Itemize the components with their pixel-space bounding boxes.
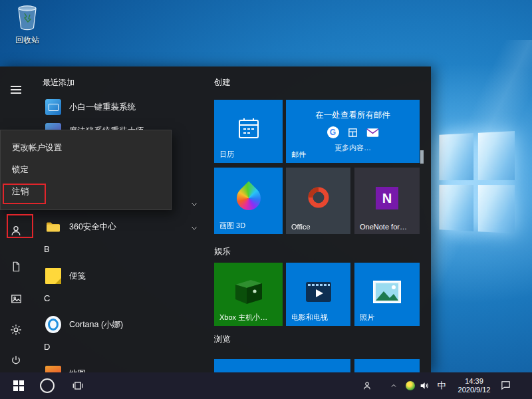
alphabet-header-b[interactable]: B: [44, 244, 50, 254]
taskbar: 中 14:39 2020/9/12: [0, 372, 532, 399]
tile-label: 电影和电视: [291, 313, 328, 323]
calendar-tile-icon: [235, 115, 262, 142]
antivirus-tray-icon[interactable]: [406, 381, 415, 390]
task-view-icon: [71, 379, 84, 392]
volume-button[interactable]: [419, 380, 430, 391]
tray-overflow-button[interactable]: [390, 382, 398, 390]
clock-date: 2020/9/12: [458, 386, 491, 394]
group-chevron-down-icon[interactable]: [190, 199, 198, 211]
clock-time: 14:39: [465, 377, 483, 386]
tile-label: 日历: [219, 150, 234, 160]
app-label: Cortana (小娜): [69, 319, 123, 331]
office-tile-icon: [305, 184, 332, 211]
maps-app-icon: [45, 366, 61, 372]
mail-tile-headline: 在一处查看所有邮件: [315, 110, 390, 121]
calendar-tile[interactable]: 日历: [214, 100, 283, 163]
logo-pane: [477, 185, 515, 233]
photos-tile[interactable]: 照片: [354, 263, 420, 326]
app-item-maps[interactable]: 地图: [39, 362, 206, 372]
chevron-up-icon: [390, 382, 398, 390]
recycle-bin-icon: [16, 4, 39, 31]
app-label: 便笺: [69, 271, 86, 282]
tile-group-title-create: 创建: [214, 77, 231, 88]
browse-tile-small[interactable]: [354, 359, 420, 372]
tile-label: 照片: [360, 313, 374, 323]
recently-added-header: 最近添加: [43, 77, 74, 88]
tile-label: Office: [291, 223, 311, 231]
movies-tv-tile[interactable]: 电影和电视: [286, 263, 350, 326]
gear-icon: [9, 323, 23, 336]
power-icon: [10, 354, 22, 366]
app-item-xiaobai[interactable]: 小白一键重装系统: [39, 95, 206, 119]
windows-wallpaper-logo: [439, 131, 515, 233]
paint3d-tile[interactable]: 画图 3D: [214, 168, 283, 234]
ime-language-button[interactable]: 中: [434, 372, 450, 399]
documents-button[interactable]: [0, 255, 32, 278]
app-label: 小白一键重装系统: [69, 102, 136, 113]
pictures-icon: [10, 293, 23, 305]
power-button[interactable]: [0, 349, 32, 372]
logo-pane: [439, 133, 473, 180]
recycle-bin-desktop-icon[interactable]: 回收站: [8, 4, 47, 46]
group-chevron-down-icon[interactable]: [190, 223, 198, 235]
app-item-360[interactable]: 360安全中心: [39, 215, 206, 239]
app-label: 360安全中心: [69, 221, 116, 233]
windows-logo-icon: [13, 380, 24, 391]
360-folder-icon: [45, 219, 61, 235]
app-item-stickynotes[interactable]: 便笺: [39, 264, 206, 288]
mail-tile[interactable]: 在一处查看所有邮件 G 更多内容… 邮件: [286, 100, 420, 163]
movies-tv-tile-icon: [304, 279, 333, 305]
taskbar-clock[interactable]: 14:39 2020/9/12: [452, 376, 496, 395]
document-icon: [10, 261, 22, 273]
people-icon: [362, 380, 372, 391]
action-center-icon: [500, 380, 511, 391]
tile-label: 画图 3D: [219, 221, 245, 231]
mail-tile-account-icons: G: [327, 126, 379, 138]
cortana-search-button[interactable]: [40, 378, 55, 393]
pictures-button[interactable]: [0, 287, 32, 310]
annotation-signout-highlight: [3, 184, 46, 204]
onenote-tile[interactable]: N OneNote for…: [354, 168, 420, 234]
screen: 回收站: [0, 0, 532, 399]
tiles-scrollbar-thumb[interactable]: [420, 150, 424, 164]
menu-expand-button[interactable]: [0, 78, 32, 101]
mail-tile-more-link[interactable]: 更多内容…: [334, 143, 371, 153]
envelope-icon: [366, 128, 379, 138]
menu-item-change-account-settings[interactable]: 更改帐户设置: [1, 137, 171, 159]
app-item-cortana[interactable]: Cortana (小娜): [39, 313, 206, 336]
start-button[interactable]: [5, 372, 32, 399]
xbox-console-icon: [230, 277, 267, 307]
alphabet-header-d[interactable]: D: [44, 342, 50, 352]
task-view-button[interactable]: [70, 379, 85, 392]
browse-tile-wide[interactable]: [214, 359, 350, 372]
xiaobai-app-icon: [45, 99, 61, 115]
start-menu: 最近添加 小白一键重装系统 魔法猪系统重装大师 360安全中心 B: [0, 66, 431, 372]
alphabet-header-c[interactable]: C: [44, 293, 50, 303]
tile-label: Xbox 主机小…: [219, 313, 267, 323]
window-icon: [347, 127, 358, 138]
action-center-button[interactable]: [500, 380, 511, 391]
paint3d-tile-icon: [231, 182, 265, 215]
xbox-tile[interactable]: Xbox 主机小…: [214, 263, 283, 326]
logo-pane: [439, 184, 473, 231]
recycle-bin-label: 回收站: [8, 35, 47, 46]
office-tile[interactable]: Office: [286, 168, 350, 234]
photos-tile-icon: [372, 279, 402, 305]
tile-label: OneNote for…: [360, 223, 407, 231]
sticky-notes-icon: [45, 268, 61, 284]
speaker-icon: [419, 380, 430, 391]
onenote-tile-icon: N: [376, 187, 398, 209]
tile-group-title-browse: 浏览: [214, 334, 231, 345]
cortana-icon: [45, 316, 61, 333]
google-icon: G: [327, 126, 339, 138]
menu-item-lock[interactable]: 锁定: [1, 159, 171, 181]
annotation-user-icon-highlight: [7, 214, 33, 238]
tile-label: 邮件: [291, 150, 306, 160]
hamburger-icon: [11, 84, 21, 96]
logo-pane: [477, 131, 515, 180]
people-tray-button[interactable]: [362, 380, 372, 391]
tile-group-title-entertainment: 娱乐: [214, 246, 231, 257]
settings-button[interactable]: [0, 319, 32, 341]
